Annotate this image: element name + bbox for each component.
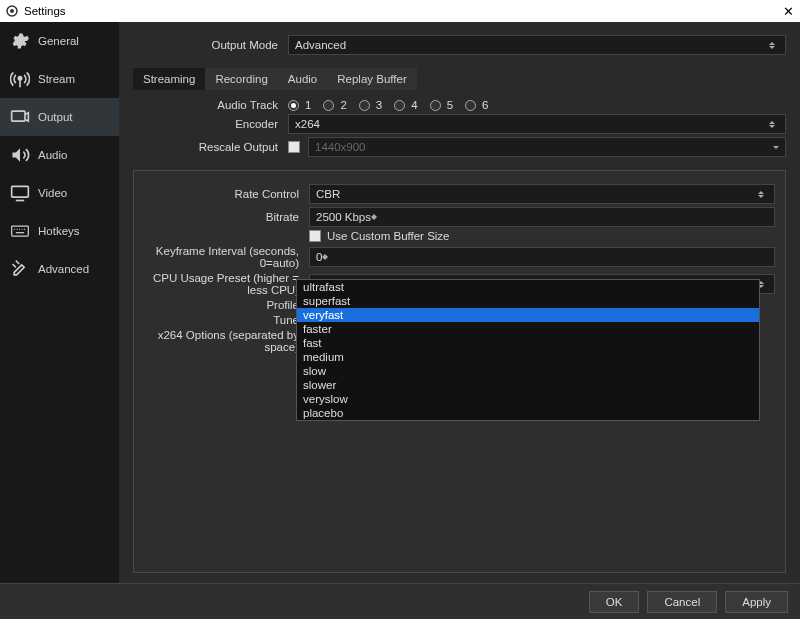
- sidebar-item-hotkeys[interactable]: Hotkeys: [0, 212, 119, 250]
- sidebar-item-output[interactable]: Output: [0, 98, 119, 136]
- gear-icon: [10, 31, 30, 51]
- cpu-preset-label: CPU Usage Preset (higher = less CPU): [144, 272, 309, 296]
- audio-track-radio-label: 3: [376, 99, 382, 111]
- dropdown-option[interactable]: superfast: [297, 294, 759, 308]
- close-icon[interactable]: ✕: [783, 4, 794, 19]
- encoder-value: x264: [295, 118, 320, 130]
- dropdown-option[interactable]: medium: [297, 350, 759, 364]
- rescale-value: 1440x900: [315, 141, 366, 153]
- audio-track-radio-5[interactable]: [430, 100, 441, 111]
- rate-control-select[interactable]: CBR: [309, 184, 775, 204]
- audio-track-radio-2[interactable]: [323, 100, 334, 111]
- custom-buffer-checkbox[interactable]: [309, 230, 321, 242]
- dropdown-option[interactable]: slower: [297, 378, 759, 392]
- profile-label: Profile: [144, 299, 309, 311]
- svg-rect-4: [12, 111, 25, 121]
- svg-point-2: [18, 77, 21, 80]
- output-icon: [10, 107, 30, 127]
- keyframe-input[interactable]: 0: [309, 247, 775, 267]
- sidebar-item-label: Hotkeys: [38, 225, 80, 237]
- audio-track-radio-3[interactable]: [359, 100, 370, 111]
- apply-button[interactable]: Apply: [725, 591, 788, 613]
- bitrate-value: 2500 Kbps: [316, 211, 371, 223]
- bitrate-label: Bitrate: [144, 211, 309, 223]
- audio-track-radio-6[interactable]: [465, 100, 476, 111]
- dropdown-option[interactable]: veryfast: [297, 308, 759, 322]
- audio-track-label: Audio Track: [133, 99, 288, 111]
- keyboard-icon: [10, 221, 30, 241]
- dropdown-option[interactable]: veryslow: [297, 392, 759, 406]
- sidebar-item-label: Output: [38, 111, 73, 123]
- tools-icon: [10, 259, 30, 279]
- cancel-button[interactable]: Cancel: [647, 591, 717, 613]
- tab-recording[interactable]: Recording: [205, 68, 277, 90]
- streaming-pane: Audio Track 1 2 3 4 5 6 Encoder x264: [133, 96, 786, 160]
- tab-streaming[interactable]: Streaming: [133, 68, 205, 90]
- sidebar-item-label: Audio: [38, 149, 67, 161]
- cpu-preset-dropdown[interactable]: ultrafast superfast veryfast faster fast…: [296, 279, 760, 421]
- rescale-label: Rescale Output: [133, 141, 288, 153]
- dropdown-option[interactable]: slow: [297, 364, 759, 378]
- rescale-value-select[interactable]: 1440x900: [308, 137, 786, 157]
- tab-replay-buffer[interactable]: Replay Buffer: [327, 68, 416, 90]
- audio-track-radio-label: 1: [305, 99, 311, 111]
- window-title: Settings: [24, 5, 66, 17]
- sidebar-item-label: Video: [38, 187, 67, 199]
- encoder-select[interactable]: x264: [288, 114, 786, 134]
- output-tabs: Streaming Recording Audio Replay Buffer: [133, 68, 786, 90]
- rescale-checkbox[interactable]: [288, 141, 300, 153]
- app-icon: [6, 5, 18, 17]
- dropdown-option[interactable]: placebo: [297, 406, 759, 420]
- tab-audio[interactable]: Audio: [278, 68, 327, 90]
- audio-track-radio-1[interactable]: [288, 100, 299, 111]
- audio-track-radio-label: 4: [411, 99, 417, 111]
- audio-track-radio-group: 1 2 3 4 5 6: [288, 99, 494, 111]
- dropdown-option[interactable]: fast: [297, 336, 759, 350]
- sidebar-item-general[interactable]: General: [0, 22, 119, 60]
- sidebar-item-label: Stream: [38, 73, 75, 85]
- dialog-footer: OK Cancel Apply: [0, 583, 800, 619]
- x264-options-label: x264 Options (separated by space): [144, 329, 309, 353]
- dropdown-option[interactable]: faster: [297, 322, 759, 336]
- svg-point-1: [10, 9, 14, 13]
- svg-rect-7: [12, 226, 29, 236]
- output-mode-label: Output Mode: [133, 39, 288, 51]
- broadcast-icon: [10, 69, 30, 89]
- audio-track-radio-4[interactable]: [394, 100, 405, 111]
- dropdown-option[interactable]: ultrafast: [297, 280, 759, 294]
- sidebar-item-video[interactable]: Video: [0, 174, 119, 212]
- keyframe-label: Keyframe Interval (seconds, 0=auto): [144, 245, 309, 269]
- output-mode-value: Advanced: [295, 39, 346, 51]
- tune-label: Tune: [144, 314, 309, 326]
- monitor-icon: [10, 183, 30, 203]
- custom-buffer-label: Use Custom Buffer Size: [327, 230, 450, 242]
- encoder-label: Encoder: [133, 118, 288, 130]
- audio-track-radio-label: 5: [447, 99, 453, 111]
- sidebar: General Stream Output Audio Video Hotkey…: [0, 22, 119, 583]
- titlebar: Settings ✕: [0, 0, 800, 22]
- rate-control-label: Rate Control: [144, 188, 309, 200]
- speaker-icon: [10, 145, 30, 165]
- output-mode-select[interactable]: Advanced: [288, 35, 786, 55]
- bitrate-input[interactable]: 2500 Kbps: [309, 207, 775, 227]
- sidebar-item-audio[interactable]: Audio: [0, 136, 119, 174]
- audio-track-radio-label: 6: [482, 99, 488, 111]
- sidebar-item-label: Advanced: [38, 263, 89, 275]
- sidebar-item-stream[interactable]: Stream: [0, 60, 119, 98]
- audio-track-radio-label: 2: [340, 99, 346, 111]
- ok-button[interactable]: OK: [589, 591, 640, 613]
- rate-control-value: CBR: [316, 188, 340, 200]
- svg-rect-5: [12, 186, 29, 197]
- sidebar-item-advanced[interactable]: Advanced: [0, 250, 119, 288]
- sidebar-item-label: General: [38, 35, 79, 47]
